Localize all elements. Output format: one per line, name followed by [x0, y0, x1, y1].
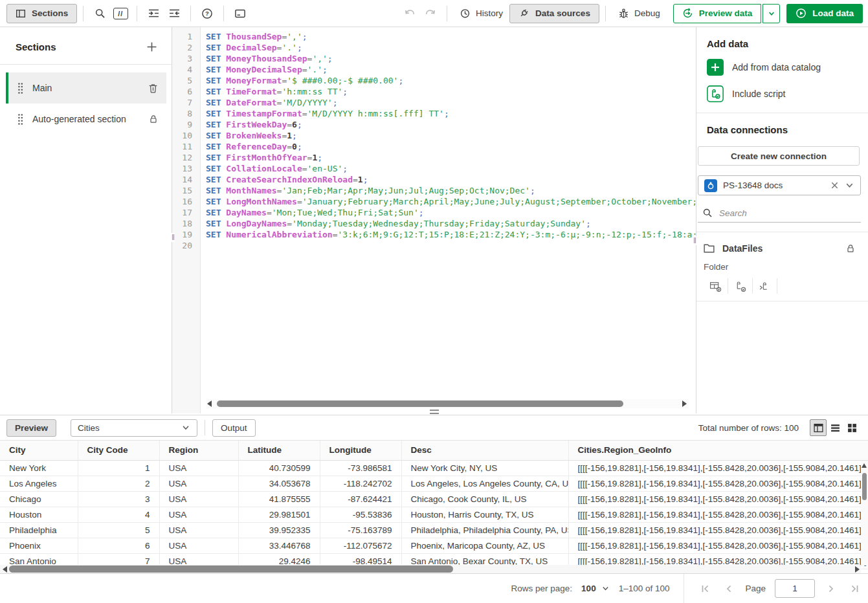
table-view-icon[interactable]	[810, 419, 827, 436]
chevron-down-icon[interactable]	[845, 181, 854, 190]
preview-data-dropdown-caret[interactable]	[762, 4, 780, 23]
code-line[interactable]: SET DecimalSep='.';	[206, 42, 696, 53]
comment-toggle-button[interactable]: //	[110, 4, 131, 23]
code-line[interactable]: SET CreateSearchIndexOnReload=1;	[206, 174, 696, 185]
table-cell: 39.952335	[238, 522, 320, 538]
data-sources-button[interactable]: Data sources	[509, 4, 599, 23]
redo-button[interactable]	[420, 4, 441, 23]
lock-icon	[845, 243, 856, 254]
scroll-left-arrow-icon[interactable]	[3, 566, 7, 573]
delete-section-button[interactable]	[148, 83, 159, 94]
create-connection-button[interactable]: Create new connection	[698, 146, 860, 166]
include-script-label: Include script	[732, 89, 785, 99]
panel-divider	[696, 232, 868, 232]
indent-button[interactable]	[143, 4, 164, 23]
history-button[interactable]: History	[453, 4, 509, 23]
table-header-row: CityCity CodeRegionLatitudeLongitudeDesc…	[0, 441, 868, 460]
code-line[interactable]	[206, 240, 696, 251]
table-cell: -75.163789	[320, 522, 401, 538]
code-line[interactable]: SET FirstMonthOfYear=1;	[206, 152, 696, 163]
drag-handle-icon[interactable]	[17, 82, 23, 94]
add-catalog-plus-icon	[707, 59, 724, 76]
line-number: 19	[172, 229, 192, 240]
scroll-left-arrow-icon[interactable]	[207, 400, 212, 407]
clear-connection-icon[interactable]	[830, 181, 839, 190]
splitter-handle-icon[interactable]	[430, 410, 439, 414]
table-cell: 3	[78, 491, 159, 507]
code-line[interactable]: SET LongDayNames='Monday;Tuesday;Wednesd…	[206, 218, 696, 229]
editor-scrollbar-thumb[interactable]	[217, 400, 623, 407]
load-data-button[interactable]: Load data	[786, 4, 863, 23]
code-line[interactable]: SET LongMonthNames='January;February;Mar…	[206, 196, 696, 207]
panel-resize-handle[interactable]: ‖	[693, 236, 696, 245]
preview-toolbar: Preview Cities Output Total number of ro…	[0, 415, 868, 440]
table-vertical-scrollbar[interactable]	[861, 461, 868, 565]
debug-button[interactable]: Debug	[612, 4, 667, 23]
horizontal-scrollbar-thumb[interactable]	[9, 565, 453, 573]
first-page-button[interactable]	[698, 582, 713, 596]
line-number: 15	[172, 185, 192, 196]
code-line[interactable]: SET DateFormat='M/D/YYYY';	[206, 97, 696, 108]
code-line[interactable]: SET DayNames='Mon;Tue;Wed;Thu;Fri;Sat;Su…	[206, 207, 696, 218]
pagination-divider	[684, 574, 684, 603]
scroll-right-arrow-icon[interactable]	[682, 400, 687, 407]
output-tab-button[interactable]: Output	[212, 419, 256, 437]
section-item-main[interactable]: Main	[6, 72, 166, 104]
grid-view-icon[interactable]	[843, 419, 860, 436]
next-page-button[interactable]	[824, 582, 838, 596]
connection-search-input[interactable]	[719, 208, 856, 218]
include-script-button[interactable]: Include script	[707, 85, 858, 102]
edit-script-icon[interactable]	[728, 280, 752, 292]
datafiles-folder-item[interactable]: DataFiles	[698, 238, 861, 258]
code-line[interactable]: SET BrokenWeeks=1;	[206, 130, 696, 141]
annotation-button[interactable]	[230, 4, 250, 23]
preview-splitter[interactable]	[0, 413, 868, 415]
connection-search	[698, 204, 861, 223]
trash-icon	[148, 83, 159, 94]
rows-per-page-select[interactable]: 100	[581, 584, 610, 593]
column-header: Desc	[401, 441, 568, 460]
list-view-icon[interactable]	[827, 419, 843, 436]
code-line[interactable]: SET MoneyThousandSep=',';	[206, 53, 696, 64]
scroll-right-arrow-icon[interactable]	[855, 566, 860, 573]
editor-horizontal-scrollbar[interactable]	[206, 399, 688, 408]
outdent-button[interactable]	[164, 4, 184, 23]
table-cell: USA	[159, 538, 238, 553]
preview-data-button[interactable]: Preview data	[673, 4, 762, 23]
sections-toggle-button[interactable]: Sections	[6, 4, 77, 23]
vertical-scrollbar-thumb[interactable]	[862, 473, 867, 500]
table-horizontal-scrollbar[interactable]	[0, 565, 861, 573]
code-line[interactable]: SET TimestampFormat='M/D/YYYY h:mm:ss[.f…	[206, 108, 696, 119]
connection-select[interactable]: PS-13648 docs	[698, 175, 861, 195]
previous-page-button[interactable]	[722, 582, 736, 596]
code-line[interactable]: SET MoneyFormat='$ ###0.00;-$ ###0.00';	[206, 75, 696, 86]
code-line[interactable]: SET FirstWeekDay=6;	[206, 119, 696, 130]
code-line[interactable]: SET MonthNames='Jan;Feb;Mar;Apr;May;Jun;…	[206, 185, 696, 196]
include-script-icon	[707, 85, 724, 102]
code-area[interactable]: SET ThousandSep=',';SET DecimalSep='.';S…	[201, 27, 696, 413]
code-line[interactable]: SET TimeFormat='h:mm:ss TT';	[206, 86, 696, 97]
code-line[interactable]: SET ThousandSep=',';	[206, 31, 696, 42]
sidebar-resize-handle[interactable]: ‖	[172, 233, 175, 242]
add-section-button[interactable]	[146, 41, 157, 52]
code-line[interactable]: SET MoneyDecimalSep='.';	[206, 64, 696, 75]
last-page-button[interactable]	[847, 582, 862, 596]
select-data-icon[interactable]	[704, 280, 728, 292]
table-selector[interactable]: Cities	[71, 419, 197, 437]
folder-name: DataFiles	[722, 243, 762, 254]
undo-button[interactable]	[399, 4, 420, 23]
preview-tab-button[interactable]: Preview	[6, 419, 56, 437]
add-from-catalog-button[interactable]: Add from data catalog	[707, 59, 858, 76]
insert-connection-string-icon[interactable]	[753, 280, 777, 292]
code-line[interactable]: SET CollationLocale='en-US';	[206, 163, 696, 174]
code-line[interactable]: SET ReferenceDay=0;	[206, 141, 696, 152]
drag-handle-icon[interactable]	[17, 113, 23, 126]
section-item-auto-generated[interactable]: Auto-generated section	[6, 104, 166, 135]
table-cell: Houston	[0, 507, 78, 522]
code-line[interactable]: SET NumericalAbbreviation='3:k;6:M;9:G;1…	[206, 229, 696, 240]
help-button[interactable]: ?	[197, 4, 217, 23]
page-input[interactable]	[775, 579, 815, 598]
scroll-up-arrow-icon[interactable]	[862, 463, 867, 468]
search-button[interactable]	[89, 4, 110, 23]
table-cell: 2	[78, 476, 159, 491]
